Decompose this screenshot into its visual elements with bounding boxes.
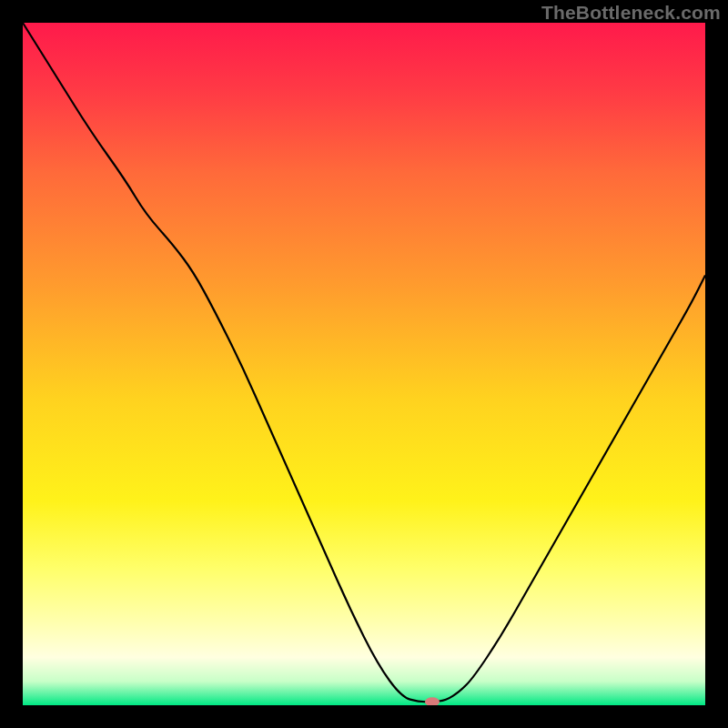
plot-background <box>23 23 705 705</box>
optimal-point-marker <box>425 697 440 706</box>
bottleneck-chart-svg <box>0 0 728 728</box>
watermark-label: TheBottleneck.com <box>541 2 721 24</box>
chart-container: TheBottleneck.com <box>0 0 728 728</box>
